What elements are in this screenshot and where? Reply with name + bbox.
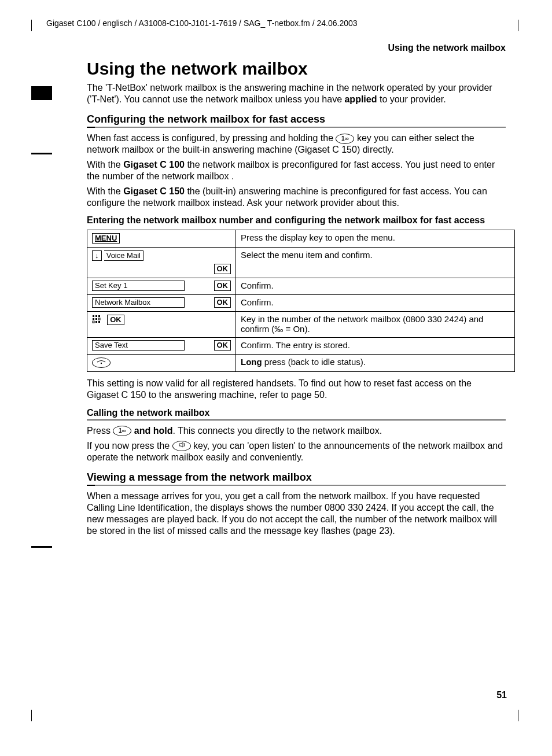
section-viewing: Viewing a message from the network mailb…	[87, 471, 506, 484]
page-number: 51	[496, 690, 507, 700]
header-trail: Gigaset C100 / englisch / A31008-C100-J1…	[46, 15, 506, 28]
speaker-key-icon	[172, 441, 191, 451]
sec1-subhead: Entering the network mailbox number and …	[87, 215, 506, 226]
svg-rect-0	[93, 315, 94, 317]
ok-key: OK	[214, 264, 231, 274]
svg-rect-5	[98, 318, 100, 320]
running-title: Using the network mailbox	[35, 43, 506, 53]
menu-item-save-text: Save Text	[92, 340, 185, 351]
svg-rect-4	[95, 318, 97, 320]
table-row: Long press (back to idle status).	[87, 355, 515, 372]
ok-key: OK	[214, 297, 231, 308]
sec2-p1: Press 1∞ and hold. This connects you dir…	[87, 425, 506, 437]
table-row: ↓ Voice Mail OK Select the menu item and…	[87, 248, 515, 278]
menu-key: MENU	[92, 233, 120, 244]
menu-item-voicemail: Voice Mail	[104, 250, 143, 261]
key-1-icon: 1∞	[336, 134, 354, 144]
svg-rect-7	[95, 321, 97, 323]
subhead-calling: Calling the network mailbox	[87, 408, 506, 418]
sec1-p3: With the Gigaset C 150 the (built-in) an…	[87, 186, 506, 209]
sec1-after: This setting is now valid for all regist…	[87, 378, 506, 401]
ok-key: OK	[214, 281, 231, 291]
sec1-p2: With the Gigaset C 100 the network mailb…	[87, 159, 506, 182]
table-row: Network Mailbox OK Confirm.	[87, 295, 515, 312]
svg-rect-1	[95, 315, 97, 317]
table-row: OK Key in the number of the network mail…	[87, 312, 515, 338]
svg-rect-8	[98, 321, 100, 323]
section-configuring: Configuring the network mailbox for fast…	[87, 113, 506, 126]
menu-item-network-mailbox: Network Mailbox	[92, 297, 185, 308]
ok-key: OK	[107, 315, 124, 325]
intro-paragraph: The 'T-NetBox' network mailbox is the an…	[87, 82, 506, 105]
table-row: MENU Press the display key to open the m…	[87, 230, 515, 248]
svg-rect-6	[93, 321, 94, 323]
svg-rect-3	[93, 318, 94, 320]
key-1-icon: 1∞	[113, 426, 131, 436]
page-title: Using the network mailbox	[87, 59, 517, 79]
svg-point-9	[101, 363, 102, 364]
sec2-p2: If you now press the key, you can 'open …	[87, 440, 506, 463]
steps-table: MENU Press the display key to open the m…	[87, 230, 515, 372]
sec1-p1: When fast access is configured, by press…	[87, 132, 506, 156]
keypad-icon	[92, 315, 102, 325]
sec3-p1: When a message arrives for you, you get …	[87, 491, 506, 537]
hangup-key-icon	[92, 357, 111, 368]
table-row: Save Text OK Confirm. The entry is store…	[87, 338, 515, 355]
ok-key: OK	[214, 340, 231, 351]
down-arrow-icon: ↓	[92, 250, 102, 261]
menu-item-setkey1: Set Key 1	[92, 281, 185, 291]
svg-rect-2	[98, 315, 100, 317]
table-row: Set Key 1 OK Confirm.	[87, 278, 515, 295]
